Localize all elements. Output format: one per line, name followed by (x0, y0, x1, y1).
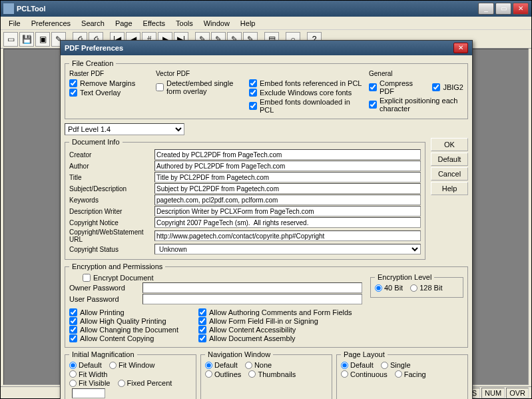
minimize-button[interactable]: _ (478, 3, 494, 15)
author-input[interactable] (154, 161, 421, 171)
encryption-legend: Encryption and Permissions (69, 262, 165, 270)
layout-continuous-radio[interactable] (341, 370, 348, 378)
file-creation-legend: File Creation (69, 59, 116, 67)
compress-pdf-checkbox[interactable] (369, 83, 377, 91)
menu-tools[interactable]: Tools (170, 18, 198, 29)
dialog-titlebar: PDF Preferences ✕ (61, 41, 472, 55)
menu-search[interactable]: Search (76, 18, 110, 29)
help-button[interactable]: Help (431, 182, 468, 195)
file-creation-group: File Creation Raster PDF Remove Margins … (65, 59, 468, 119)
mag-fit-window-radio[interactable] (109, 362, 117, 369)
tb-open-icon[interactable]: ▭ (3, 32, 18, 47)
main-titlebar: PCLTool _ ▭ ✕ (1, 1, 531, 17)
status-ovr: OVR (506, 388, 529, 398)
pdf-level-select[interactable]: Pdf Level 1.4 (65, 123, 184, 135)
enc-40bit-radio[interactable] (375, 284, 382, 292)
cancel-button[interactable]: Cancel (431, 167, 468, 181)
desc-writer-input[interactable] (154, 206, 421, 216)
raster-pdf-heading: Raster PDF (69, 70, 149, 77)
embed-dl-checkbox[interactable] (249, 102, 257, 110)
allow-copy-checkbox[interactable] (69, 334, 77, 342)
allow-assembly-checkbox[interactable] (198, 334, 206, 342)
pdf-preferences-dialog: PDF Preferences ✕ File Creation Raster P… (60, 40, 473, 399)
mag-fixed-percent-radio[interactable] (118, 380, 125, 387)
detect-embed-checkbox[interactable] (156, 83, 164, 91)
exclude-core-checkbox[interactable] (249, 89, 257, 97)
vector-pdf-heading: Vector PDF (156, 70, 242, 77)
magnification-group: Initial Magnification Default Fit Window… (65, 350, 196, 399)
mag-default-radio[interactable] (69, 362, 77, 369)
text-overlay-checkbox[interactable] (69, 89, 77, 97)
menu-effects[interactable]: Effects (138, 18, 170, 29)
copyright-status-select[interactable]: Unknown (154, 244, 421, 254)
allow-fill-checkbox[interactable] (198, 317, 206, 325)
allow-change-checkbox[interactable] (69, 326, 77, 334)
nav-outlines-radio[interactable] (205, 370, 212, 378)
allow-hq-printing-checkbox[interactable] (69, 317, 77, 325)
document-info-group: Document Info Creator Author Title Subje… (65, 138, 425, 260)
menu-preferences[interactable]: Preferences (26, 18, 76, 29)
nav-thumbnails-radio[interactable] (248, 370, 256, 378)
tb-save-icon[interactable]: 💾 (19, 32, 34, 47)
nav-none-radio[interactable] (245, 362, 252, 369)
menu-file[interactable]: File (3, 18, 26, 29)
allow-accessibility-checkbox[interactable] (198, 326, 206, 334)
menu-page[interactable]: Page (110, 18, 138, 29)
app-icon (3, 3, 14, 14)
menu-window[interactable]: Window (198, 18, 235, 29)
creator-input[interactable] (154, 149, 421, 160)
encryption-level-group: Encryption Level 40 Bit 128 Bit (370, 273, 463, 298)
embed-ref-checkbox[interactable] (249, 79, 257, 87)
enc-128bit-radio[interactable] (410, 284, 417, 292)
layout-default-radio[interactable] (341, 362, 348, 369)
close-button[interactable]: ✕ (513, 3, 529, 15)
copyright-url-input[interactable] (154, 230, 421, 241)
copyright-notice-input[interactable] (154, 217, 421, 228)
mag-fit-visible-radio[interactable] (69, 380, 77, 387)
layout-facing-radio[interactable] (395, 370, 402, 378)
nav-default-radio[interactable] (205, 362, 212, 369)
keywords-input[interactable] (154, 195, 421, 205)
encryption-group: Encryption and Permissions Encrypt Docum… (65, 262, 468, 348)
dialog-title: PDF Preferences (65, 44, 453, 52)
jbig2-checkbox[interactable] (432, 83, 440, 91)
navigation-group: Navigation Window Default None Outlines … (200, 350, 332, 399)
allow-authoring-checkbox[interactable] (198, 308, 206, 316)
app-title: PCLTool (17, 5, 478, 13)
layout-single-radio[interactable] (381, 362, 388, 369)
remove-margins-checkbox[interactable] (69, 79, 77, 87)
encrypt-doc-checkbox[interactable] (83, 274, 91, 282)
owner-password-input[interactable] (142, 282, 362, 293)
fixed-percent-input[interactable] (72, 388, 105, 398)
tb-window-icon[interactable]: ▣ (35, 32, 50, 47)
title-input[interactable] (154, 172, 421, 183)
menu-help[interactable]: Help (235, 18, 261, 29)
user-password-input[interactable] (142, 294, 362, 304)
page-layout-group: Page Layout Default Single Continuous Fa… (336, 350, 468, 399)
allow-printing-checkbox[interactable] (69, 308, 77, 316)
ok-button[interactable]: OK (431, 138, 468, 151)
document-info-legend: Document Info (69, 138, 123, 146)
subject-input[interactable] (154, 183, 421, 194)
status-num: NUM (481, 388, 505, 398)
explicit-pos-checkbox[interactable] (369, 101, 377, 109)
menubar: File Preferences Search Page Effects Too… (1, 17, 531, 30)
general-heading: General (369, 70, 463, 77)
default-button[interactable]: Default (431, 153, 468, 166)
maximize-button[interactable]: ▭ (495, 3, 511, 15)
mag-fit-width-radio[interactable] (69, 370, 77, 378)
dialog-close-button[interactable]: ✕ (453, 43, 468, 53)
